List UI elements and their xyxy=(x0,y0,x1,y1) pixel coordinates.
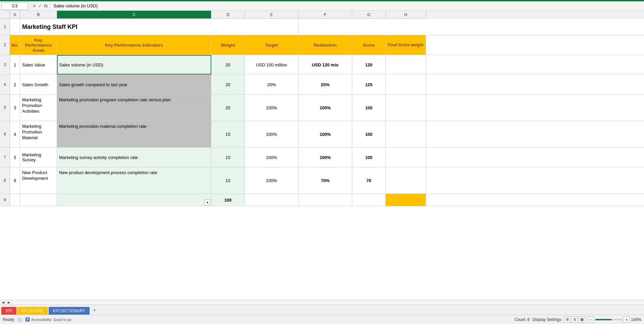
cell-c9[interactable]: ▾ xyxy=(57,194,211,206)
cell-b6[interactable]: Marketing Promotion Material xyxy=(20,121,57,147)
add-sheet-button[interactable]: + xyxy=(90,306,99,315)
cell-d4[interactable]: 20 xyxy=(211,75,245,94)
cell-h2-final[interactable]: Final Score weight xyxy=(386,35,426,55)
cell-g8[interactable]: 70 xyxy=(352,167,386,194)
cell-b4[interactable]: Sales Growth xyxy=(20,75,57,94)
zoom-in-btn[interactable]: + xyxy=(624,317,630,323)
cell-c3[interactable]: Sales volume (in USD) xyxy=(57,55,211,74)
zoom-slider[interactable] xyxy=(595,319,622,320)
col-header-d[interactable]: D xyxy=(211,11,245,19)
cell-d5[interactable]: 20 xyxy=(211,95,245,121)
cell-a6[interactable]: 4 xyxy=(10,121,20,147)
cell-d9-total[interactable]: 100 xyxy=(211,194,245,206)
cell-g6[interactable]: 100 xyxy=(352,121,386,147)
paste-options-icon[interactable]: ▾ xyxy=(204,199,210,205)
cell-f5[interactable]: 100% xyxy=(299,95,352,121)
cell-h7[interactable] xyxy=(386,148,426,167)
cell-f4[interactable]: 25% xyxy=(299,75,352,94)
cell-c7[interactable]: Marketing survey activity completion rat… xyxy=(57,148,211,167)
cell-e8[interactable]: 100% xyxy=(245,167,299,194)
cell-a5[interactable]: 3 xyxy=(10,95,20,121)
cell-e7[interactable]: 100% xyxy=(245,148,299,167)
tab-kpi-dictionary[interactable]: KPI DICTIONARY xyxy=(49,307,90,315)
cell-ref-input[interactable]: C3 xyxy=(1,2,28,10)
horizontal-scrollbar[interactable]: ◀ ▶ xyxy=(0,300,644,305)
cell-d2-weight[interactable]: Weight xyxy=(211,35,245,55)
cell-b9[interactable] xyxy=(20,194,57,206)
display-settings[interactable]: Display Settings xyxy=(532,317,561,322)
cell-g2-score[interactable]: Score xyxy=(352,35,386,55)
cell-b5[interactable]: Marketing Promotion Activities xyxy=(20,95,57,121)
cell-c6[interactable]: Marketing promotion material completion … xyxy=(57,121,211,147)
cell-a8[interactable]: 6 xyxy=(10,167,20,194)
cell-a1[interactable] xyxy=(10,19,20,35)
cell-g4[interactable]: 125 xyxy=(352,75,386,94)
cell-e2-target[interactable]: Target xyxy=(245,35,299,55)
cell-h3[interactable] xyxy=(386,55,426,74)
cell-f8[interactable]: 70% xyxy=(299,167,352,194)
cell-d3[interactable]: 20 xyxy=(211,55,245,74)
col-header-e[interactable]: E xyxy=(245,11,299,19)
cell-a2-no[interactable]: No. xyxy=(10,35,20,55)
cell-g5[interactable]: 100 xyxy=(352,95,386,121)
cell-f9[interactable] xyxy=(299,194,352,206)
zoom-out-btn[interactable]: − xyxy=(588,317,594,323)
count-label: Count: 6 xyxy=(515,317,530,322)
cell-f7[interactable]: 100% xyxy=(299,148,352,167)
cell-f2-realization[interactable]: Realization xyxy=(299,35,352,55)
cell-h6[interactable] xyxy=(386,121,426,147)
cell-a9[interactable] xyxy=(10,194,20,206)
col-header-a[interactable]: A xyxy=(10,11,20,19)
cell-e3[interactable]: USD 100 million xyxy=(245,55,299,74)
normal-view-btn[interactable]: ⊞ xyxy=(564,317,571,323)
col-header-f[interactable]: F xyxy=(299,11,352,19)
cell-b1[interactable]: Marketing Staff KPI xyxy=(20,19,299,35)
cell-c5[interactable]: Marketing promotion program completion r… xyxy=(57,95,211,121)
col-header-b[interactable]: B xyxy=(20,11,57,19)
scroll-right[interactable]: ▶ xyxy=(6,300,12,305)
col-header-c[interactable]: C xyxy=(57,11,211,19)
cell-h5[interactable] xyxy=(386,95,426,121)
cell-b8[interactable]: New Product Development xyxy=(20,167,57,194)
row-num-6: 6 xyxy=(0,121,10,147)
cell-b3[interactable]: Sales Value xyxy=(20,55,57,74)
page-layout-btn[interactable]: ⊟ xyxy=(571,317,578,323)
tab-kpi[interactable]: KPI xyxy=(1,307,16,315)
col-header-h[interactable]: H xyxy=(386,11,426,19)
cell-h4[interactable] xyxy=(386,75,426,94)
tab-kpi-score[interactable]: KPI SCORE xyxy=(17,307,48,315)
table-row: 8 6 New Product Development New product … xyxy=(0,167,644,194)
page-break-btn[interactable]: ▦ xyxy=(579,317,585,323)
col-header-g[interactable]: G xyxy=(352,11,386,19)
cell-e6[interactable]: 100% xyxy=(245,121,299,147)
formula-input[interactable] xyxy=(52,2,643,10)
cell-c4[interactable]: Sales growth compared to last year xyxy=(57,75,211,94)
cell-f6[interactable]: 100% xyxy=(299,121,352,147)
cell-d7[interactable]: 10 xyxy=(211,148,245,167)
workbook-stats-icon[interactable]: ⊡ xyxy=(18,317,22,322)
cell-b7[interactable]: Marketing Survey xyxy=(20,148,57,167)
cell-g7[interactable]: 100 xyxy=(352,148,386,167)
status-bar: Ready ⊡ ♿ Accessibility: Good to go Coun… xyxy=(0,315,644,324)
cell-b2-kpa[interactable]: Key Performance Areas xyxy=(20,35,57,55)
cell-c2-kpi[interactable]: Key Performance Indicators xyxy=(57,35,211,55)
confirm-icon[interactable]: ✓ xyxy=(38,3,42,8)
cell-e9[interactable] xyxy=(245,194,299,206)
cell-d8[interactable]: 15 xyxy=(211,167,245,194)
cell-h9[interactable] xyxy=(386,194,426,206)
cell-h8[interactable] xyxy=(386,167,426,194)
cell-a4[interactable]: 2 xyxy=(10,75,20,94)
cell-f3[interactable]: USD 120 mio xyxy=(299,55,352,74)
fx-icon[interactable]: fx xyxy=(44,3,48,8)
cell-a3[interactable]: 1 xyxy=(10,55,20,74)
cell-g3[interactable]: 120 xyxy=(352,55,386,74)
cancel-icon[interactable]: ✕ xyxy=(33,3,36,8)
scroll-left[interactable]: ◀ xyxy=(0,300,6,305)
cell-a7[interactable]: 5 xyxy=(10,148,20,167)
cell-g9[interactable] xyxy=(352,194,386,206)
cell-c8[interactable]: New product development process completi… xyxy=(57,167,211,194)
table-row: 1 Marketing Staff KPI xyxy=(0,19,644,35)
cell-e4[interactable]: 20% xyxy=(245,75,299,94)
cell-d6[interactable]: 15 xyxy=(211,121,245,147)
cell-e5[interactable]: 100% xyxy=(245,95,299,121)
